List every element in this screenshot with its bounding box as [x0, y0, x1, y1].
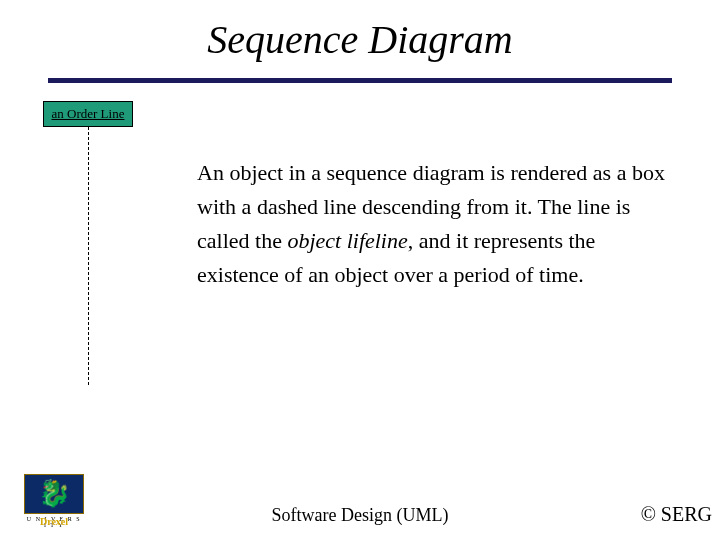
footer-center: Software Design (UML)	[0, 505, 720, 526]
title-rule	[48, 78, 672, 83]
sequence-object-box: an Order Line	[43, 101, 133, 127]
object-lifeline	[88, 127, 89, 385]
sequence-object-label: an Order Line	[52, 106, 125, 122]
body-text: An object in a sequence diagram is rende…	[197, 156, 667, 292]
body-text-italic: object lifeline	[287, 228, 407, 253]
dragon-icon: 🐉	[38, 481, 70, 507]
slide-title: Sequence Diagram	[0, 16, 720, 63]
slide: Sequence Diagram an Order Line An object…	[0, 0, 720, 540]
footer-copyright: © SERG	[641, 503, 712, 526]
